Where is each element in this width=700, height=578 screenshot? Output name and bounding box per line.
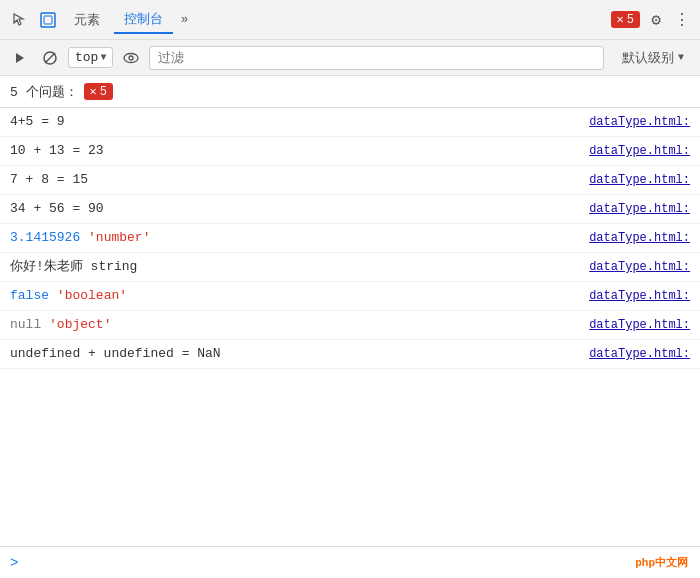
value-null: null xyxy=(10,317,41,332)
console-entry-source[interactable]: dataType.html: xyxy=(589,344,690,364)
table-row: false 'boolean' dataType.html: xyxy=(0,282,700,311)
console-entry-text: 7 + 8 = 15 xyxy=(10,170,579,190)
type-string: 'number' xyxy=(88,230,150,245)
console-entry-text: 3.1415926 'number' xyxy=(10,228,579,248)
console-output: 4+5 = 9 dataType.html: 10 + 13 = 23 data… xyxy=(0,108,700,546)
console-entry-source[interactable]: dataType.html: xyxy=(589,286,690,306)
svg-line-4 xyxy=(45,53,55,63)
log-level-dropdown[interactable]: 默认级别 ▼ xyxy=(614,47,692,69)
issues-error-badge[interactable]: ✕ 5 xyxy=(84,83,113,100)
cursor-icon[interactable] xyxy=(8,8,32,32)
tab-elements[interactable]: 元素 xyxy=(64,7,110,33)
table-row: 你好!朱老师 string dataType.html: xyxy=(0,253,700,282)
table-row: undefined + undefined = NaN dataType.htm… xyxy=(0,340,700,369)
table-row: 10 + 13 = 23 dataType.html: xyxy=(0,137,700,166)
value-false: false xyxy=(10,288,49,303)
error-x-icon: ✕ xyxy=(617,12,624,27)
toolbar-second: top ▼ 默认级别 ▼ xyxy=(0,40,700,76)
type-object: 'object' xyxy=(49,317,111,332)
svg-marker-2 xyxy=(16,53,24,63)
console-entry-text: undefined + undefined = NaN xyxy=(10,344,579,364)
context-arrow: ▼ xyxy=(100,52,106,63)
console-entry-source[interactable]: dataType.html: xyxy=(589,228,690,248)
console-entry-source[interactable]: dataType.html: xyxy=(589,257,690,277)
table-row: 4+5 = 9 dataType.html: xyxy=(0,108,700,137)
table-row: 7 + 8 = 15 dataType.html: xyxy=(0,166,700,195)
ban-icon[interactable] xyxy=(38,46,62,70)
prompt-chevron: > xyxy=(10,555,18,571)
svg-point-6 xyxy=(129,56,133,60)
box-inspect-icon[interactable] xyxy=(36,8,60,32)
console-entry-text: 4+5 = 9 xyxy=(10,112,579,132)
value-number: 3.1415926 xyxy=(10,230,80,245)
filter-input[interactable] xyxy=(149,46,604,70)
svg-point-5 xyxy=(124,53,138,62)
php-watermark: php中文网 xyxy=(635,555,688,570)
type-boolean: 'boolean' xyxy=(57,288,127,303)
context-dropdown[interactable]: top ▼ xyxy=(68,47,113,68)
more-options-icon[interactable]: ⋮ xyxy=(672,8,692,32)
svg-rect-0 xyxy=(41,13,55,27)
table-row: null 'object' dataType.html: xyxy=(0,311,700,340)
console-prompt[interactable]: > xyxy=(0,546,700,578)
svg-rect-1 xyxy=(44,16,52,24)
eye-icon[interactable] xyxy=(119,46,143,70)
console-entry-source[interactable]: dataType.html: xyxy=(589,141,690,161)
console-entry-source[interactable]: dataType.html: xyxy=(589,170,690,190)
settings-icon[interactable]: ⚙ xyxy=(644,8,668,32)
issues-error-count: 5 xyxy=(100,85,107,99)
console-entry-source[interactable]: dataType.html: xyxy=(589,315,690,335)
level-arrow: ▼ xyxy=(678,52,684,63)
context-label: top xyxy=(75,50,98,65)
table-row: 3.1415926 'number' dataType.html: xyxy=(0,224,700,253)
table-row: 34 + 56 = 90 dataType.html: xyxy=(0,195,700,224)
toolbar-top: 元素 控制台 » ✕ 5 ⚙ ⋮ xyxy=(0,0,700,40)
issues-x-icon: ✕ xyxy=(90,84,97,99)
console-entry-text: 10 + 13 = 23 xyxy=(10,141,579,161)
console-entry-text: 你好!朱老师 string xyxy=(10,257,579,277)
play-icon[interactable] xyxy=(8,46,32,70)
error-count-label: 5 xyxy=(627,13,634,27)
tab-console[interactable]: 控制台 xyxy=(114,6,173,34)
level-label: 默认级别 xyxy=(622,49,674,67)
console-entry-source[interactable]: dataType.html: xyxy=(589,199,690,219)
issues-bar: 5 个问题： ✕ 5 xyxy=(0,76,700,108)
issues-label: 5 个问题： xyxy=(10,83,78,101)
error-count-badge[interactable]: ✕ 5 xyxy=(611,11,640,28)
console-entry-text: 34 + 56 = 90 xyxy=(10,199,579,219)
console-entry-text: false 'boolean' xyxy=(10,286,579,306)
more-tabs-icon[interactable]: » xyxy=(177,11,192,29)
console-entry-source[interactable]: dataType.html: xyxy=(589,112,690,132)
console-entry-text: null 'object' xyxy=(10,315,579,335)
